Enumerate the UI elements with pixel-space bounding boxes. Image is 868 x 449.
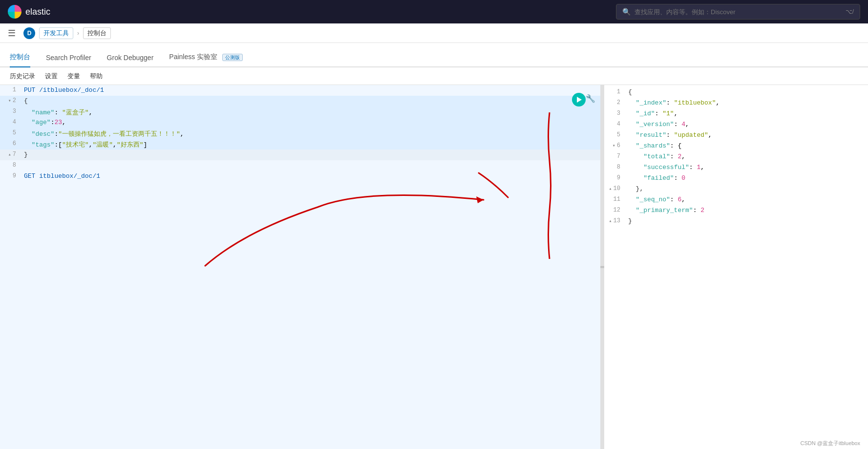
breadcrumb-current: 控制台: [83, 27, 111, 39]
resp-text-7: "total": 2,: [626, 152, 685, 160]
resp-line-8: 8 "successful": 1,: [604, 162, 868, 173]
resp-line-7: 7 "total": 2,: [604, 151, 868, 162]
resp-text-9: "failed": 0: [626, 173, 685, 182]
tab-search-profiler[interactable]: Search Profiler: [46, 48, 91, 67]
tab-bar: 控制台 Search Profiler Grok Debugger Painle…: [0, 43, 868, 67]
code-line-2: ▾2 {: [0, 96, 600, 107]
resp-line-4: 4 "_version": 4,: [604, 119, 868, 130]
history-button[interactable]: 历史记录: [10, 72, 35, 81]
response-editor[interactable]: 1 { 2 "_index": "itbluebox", 3 "_id": "1…: [604, 85, 868, 449]
search-icon: 🔍: [622, 8, 631, 16]
tab-grok-debugger[interactable]: Grok Debugger: [107, 48, 154, 67]
resp-line-5: 5 "result": "updated",: [604, 130, 868, 141]
resp-num-10: ▴10: [604, 184, 626, 192]
line-num-4: 4: [0, 118, 22, 126]
navbar-left: elastic: [8, 5, 50, 19]
elastic-logo-text: elastic: [25, 7, 50, 17]
code-text-2: {: [22, 96, 28, 105]
hamburger-icon[interactable]: ☰: [8, 28, 16, 39]
resp-text-5: "result": "updated",: [626, 130, 712, 139]
code-line-8: 8: [0, 160, 600, 171]
settings-button[interactable]: 设置: [45, 72, 58, 81]
response-pane: 1 { 2 "_index": "itbluebox", 3 "_id": "1…: [604, 85, 868, 449]
code-text-6: "tags":["技术宅","温暖","好东西"]: [22, 139, 147, 149]
resp-line-10: ▴10 },: [604, 184, 868, 194]
resp-text-4: "_version": 4,: [626, 120, 689, 128]
help-button[interactable]: 帮助: [90, 72, 103, 81]
resp-text-11: "_seq_no": 6,: [626, 195, 685, 203]
line-num-5: 5: [0, 128, 22, 136]
variables-button[interactable]: 变量: [67, 72, 80, 81]
tab-painless-lab[interactable]: Painless 实验室 公测版: [169, 47, 243, 67]
code-line-3: 3 "name": "蓝盒子",: [0, 107, 600, 117]
resp-num-1: 1: [604, 87, 626, 95]
resp-line-13: ▴13 }: [604, 216, 868, 227]
beta-badge: 公测版: [222, 54, 243, 61]
line-num-8: 8: [0, 161, 22, 169]
global-search[interactable]: 🔍 ⌥/: [616, 4, 860, 20]
resp-num-8: 8: [604, 163, 626, 171]
line-num-2: ▾2: [0, 96, 22, 104]
code-text-9: GET itbluebox/_doc/1: [22, 171, 100, 180]
editor-divider[interactable]: ||: [600, 85, 604, 449]
resp-text-6: "_shards": {: [626, 141, 681, 150]
resp-num-11: 11: [604, 195, 626, 203]
wrench-icon[interactable]: 🔧: [586, 94, 595, 104]
resp-num-2: 2: [604, 98, 626, 106]
line-num-1: 1: [0, 86, 22, 93]
footer: CSDN @蓝盒子itbluebox: [793, 438, 868, 449]
code-text-4: "age":23,: [22, 118, 66, 126]
code-text-1: PUT /itbluebox/_doc/1: [22, 86, 104, 94]
resp-num-7: 7: [604, 152, 626, 160]
resp-num-13: ▴13: [604, 216, 626, 224]
line-num-3: 3: [0, 107, 22, 115]
resp-text-2: "_index": "itbluebox",: [626, 98, 720, 107]
code-text-8: [22, 161, 24, 162]
resp-num-9: 9: [604, 173, 626, 181]
resp-line-9: 9 "failed": 0: [604, 173, 868, 184]
resp-text-8: "successful": 1,: [626, 163, 704, 171]
code-line-5: 5 "desc":"一顿操作猛如虎，一看工资两千五！！！",: [0, 128, 600, 139]
search-input[interactable]: [635, 8, 842, 16]
toolbar: 历史记录 设置 变量 帮助: [0, 67, 868, 85]
search-shortcut: ⌥/: [846, 8, 854, 15]
elastic-logo: elastic: [8, 5, 50, 19]
code-editor[interactable]: 1 PUT /itbluebox/_doc/1 ▾2 { 3 "name": "…: [0, 85, 600, 449]
navbar: elastic 🔍 ⌥/: [0, 0, 868, 23]
code-line-9: 9 GET itbluebox/_doc/1: [0, 171, 600, 182]
line-num-9: 9: [0, 171, 22, 179]
resp-num-4: 4: [604, 120, 626, 128]
breadcrumb-separator: ›: [77, 30, 79, 37]
resp-text-12: "_primary_term": 2: [626, 206, 704, 214]
resp-line-12: 12 "_primary_term": 2: [604, 205, 868, 216]
dev-tools-badge: D: [23, 27, 35, 39]
code-text-7: }: [22, 150, 28, 158]
code-line-7: ▴7 }: [0, 150, 600, 160]
code-line-4: 4 "age":23,: [0, 117, 600, 128]
breadcrumb-dev-tools[interactable]: 开发工具: [39, 27, 73, 39]
resp-num-5: 5: [604, 130, 626, 138]
code-text-3: "name": "蓝盒子",: [22, 107, 92, 117]
resp-text-1: {: [626, 87, 632, 96]
code-line-1: 1 PUT /itbluebox/_doc/1: [0, 85, 600, 96]
code-line-6: 6 "tags":["技术宅","温暖","好东西"]: [0, 139, 600, 150]
resp-text-13: }: [626, 216, 632, 225]
code-lines: 1 PUT /itbluebox/_doc/1 ▾2 { 3 "name": "…: [0, 85, 600, 449]
resp-text-10: },: [626, 184, 643, 192]
resp-line-2: 2 "_index": "itbluebox",: [604, 98, 868, 108]
resp-line-3: 3 "_id": "1",: [604, 108, 868, 119]
resp-text-3: "_id": "1",: [626, 109, 677, 117]
line-num-6: 6: [0, 139, 22, 147]
breadcrumb-bar: ☰ D 开发工具 › 控制台: [0, 23, 868, 43]
run-button[interactable]: [572, 93, 586, 107]
code-text-5: "desc":"一顿操作猛如虎，一看工资两千五！！！",: [22, 128, 184, 138]
resp-line-1: 1 {: [604, 87, 868, 98]
line-num-7: ▴7: [0, 150, 22, 158]
footer-text: CSDN @蓝盒子itbluebox: [801, 440, 860, 446]
editor-container: 1 PUT /itbluebox/_doc/1 ▾2 { 3 "name": "…: [0, 85, 868, 449]
resp-line-6: ▾6 "_shards": {: [604, 141, 868, 151]
resp-num-3: 3: [604, 109, 626, 117]
resp-num-6: ▾6: [604, 141, 626, 149]
tab-console[interactable]: 控制台: [10, 47, 30, 67]
resp-line-11: 11 "_seq_no": 6,: [604, 194, 868, 205]
